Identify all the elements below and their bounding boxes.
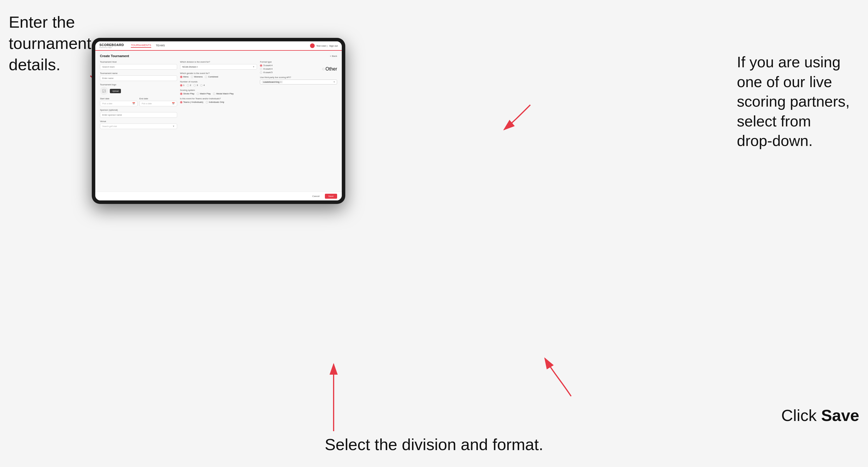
scoring-label: Scoring system (180, 89, 257, 91)
gender-womens[interactable]: Womens (191, 75, 203, 78)
annotation-bottom-center: Select the division and format. (324, 434, 543, 455)
form-layout: Tournament Host Tournament name Tourname… (100, 61, 337, 129)
format-5count4[interactable]: 5 count 4 (260, 64, 273, 67)
date-row: Start date Pick a date 📅 End date Pick a… (100, 97, 177, 106)
format-6count5-radio[interactable] (260, 71, 262, 74)
tournament-name-label: Tournament name (100, 72, 177, 74)
annotation-top-right: If you are using one of our live scoring… (737, 53, 859, 151)
form-col-1: Tournament Host Tournament name Tourname… (100, 61, 177, 129)
sign-out-link[interactable]: Sign out (329, 44, 338, 47)
tablet-screen: SCOREBOARD Powered by Clippd TOURNAMENTS… (95, 41, 342, 200)
teams-individuals-radio[interactable] (206, 101, 208, 103)
scoring-match[interactable]: Match Play (197, 92, 211, 95)
gender-combined-label: Combined (208, 75, 218, 78)
division-label: Which division is the event for? (180, 61, 257, 63)
form-col-2: Which division is the event for? NCAA Di… (180, 61, 257, 129)
scoring-stroke-radio[interactable] (180, 93, 182, 95)
start-date-input[interactable]: Pick a date 📅 (100, 101, 137, 106)
tablet-device: SCOREBOARD Powered by Clippd TOURNAMENTS… (92, 38, 345, 204)
teams-individuals-label: Individuals Only (209, 101, 224, 103)
logo-text: SCOREBOARD (99, 43, 124, 46)
gender-womens-radio[interactable] (191, 76, 193, 78)
nav-tournaments[interactable]: TOURNAMENTS (131, 44, 151, 48)
logo-area: SCOREBOARD Powered by Clippd (99, 43, 124, 49)
end-date-input[interactable]: Pick a date 📅 (139, 101, 177, 106)
rounds-3-radio[interactable] (193, 84, 196, 87)
format-5count4-label: 5 count 4 (264, 64, 273, 67)
bottom-right-prefix: Click (781, 406, 821, 425)
format-group: Format type 5 count 4 (260, 61, 337, 74)
tournament-host-group: Tournament Host (100, 61, 177, 70)
venue-group: Venue Search golf club ▼ (100, 120, 177, 129)
rounds-3[interactable]: 3 (193, 84, 198, 87)
annotation-top-left: Enter the tournament details. (9, 12, 91, 75)
format-left: 5 count 4 6 count 4 6 count 5 (260, 64, 273, 74)
rounds-4-label: 4 (204, 84, 205, 87)
rounds-4[interactable]: 4 (200, 84, 205, 87)
venue-input[interactable]: Search golf club ▼ (100, 124, 177, 129)
scoring-medal[interactable]: Medal Match Play (213, 92, 234, 95)
teams-radio-group: Teams (+Individuals) Individuals Only (180, 101, 257, 103)
page-header: Create Tournament < Back (100, 54, 337, 58)
rounds-2-radio[interactable] (187, 84, 189, 87)
cancel-button[interactable]: Cancel (309, 194, 322, 199)
venue-chevron-icon: ▼ (173, 125, 175, 128)
upload-button[interactable]: Upload (110, 89, 121, 93)
rounds-4-radio[interactable] (200, 84, 203, 87)
bottom-right-bold: Save (821, 406, 859, 425)
format-other[interactable]: Other (322, 66, 337, 72)
format-6count4-label: 6 count 4 (264, 68, 273, 70)
tournament-logo-group: Tournament logo Upload (100, 83, 177, 95)
back-button[interactable]: < Back (330, 55, 337, 57)
scoring-stroke-label: Stroke Play (183, 92, 194, 95)
rounds-label: Number of rounds (180, 81, 257, 83)
teams-teams-label: Teams (+Individuals) (183, 101, 204, 103)
teams-label: Is this event for Teams and/or Individua… (180, 97, 257, 100)
rounds-1-radio[interactable] (180, 84, 182, 87)
rounds-1[interactable]: 1 (180, 84, 184, 87)
teams-teams-radio[interactable] (180, 101, 182, 103)
user-label: Test User | (316, 44, 328, 47)
sponsor-group: Sponsor (optional) (100, 109, 177, 118)
teams-individuals[interactable]: Individuals Only (206, 101, 224, 103)
sponsor-input[interactable] (100, 112, 177, 118)
scoring-match-radio[interactable] (197, 93, 199, 95)
start-date-group: Start date Pick a date 📅 (100, 97, 137, 106)
logo-placeholder (100, 87, 108, 95)
format-other-radio[interactable] (322, 68, 324, 70)
live-scoring-tag: Leaderboard King × (262, 81, 283, 83)
teams-teams[interactable]: Teams (+Individuals) (180, 101, 204, 103)
gender-mens-label: Mens (183, 75, 188, 78)
gender-mens[interactable]: Mens (180, 75, 188, 78)
rounds-radio-group: 1 2 3 4 (180, 84, 257, 87)
scoring-radio-group: Stroke Play Match Play Medal Match Play (180, 92, 257, 95)
format-5count4-radio[interactable] (260, 64, 262, 67)
venue-label: Venue (100, 120, 177, 123)
format-options-row: 5 count 4 6 count 4 6 count 5 (260, 64, 337, 74)
format-6count4-radio[interactable] (260, 68, 262, 70)
tag-remove-icon[interactable]: × (280, 81, 281, 83)
end-date-placeholder: Pick a date (142, 102, 152, 104)
tournament-name-input[interactable] (100, 75, 177, 81)
nav-teams[interactable]: TEAMS (156, 44, 165, 48)
navbar: SCOREBOARD Powered by Clippd TOURNAMENTS… (95, 41, 342, 51)
gender-combined[interactable]: Combined (205, 75, 218, 78)
rounds-2[interactable]: 2 (187, 84, 191, 87)
division-select[interactable]: NCAA Division I ▼ (180, 64, 257, 70)
gender-combined-radio[interactable] (205, 76, 207, 78)
tournament-host-input[interactable] (100, 64, 177, 70)
save-button[interactable]: Save (325, 194, 337, 199)
live-scoring-group: Use third-party live scoring API? Leader… (260, 76, 337, 85)
gender-mens-radio[interactable] (180, 76, 182, 78)
format-6count4[interactable]: 6 count 4 (260, 68, 273, 70)
scoring-medal-radio[interactable] (213, 93, 215, 95)
format-6count5[interactable]: 6 count 5 (260, 71, 273, 74)
division-value: NCAA Division I (182, 66, 198, 68)
scoring-stroke[interactable]: Stroke Play (180, 92, 194, 95)
format-6count5-label: 6 count 5 (264, 71, 273, 74)
end-date-group: End date Pick a date 📅 (139, 97, 177, 106)
live-scoring-field[interactable]: Leaderboard King × ▼ (260, 80, 337, 85)
gender-radio-group: Mens Womens Combined (180, 75, 257, 78)
venue-placeholder: Search golf club (102, 125, 117, 127)
format-label: Format type (260, 61, 337, 63)
